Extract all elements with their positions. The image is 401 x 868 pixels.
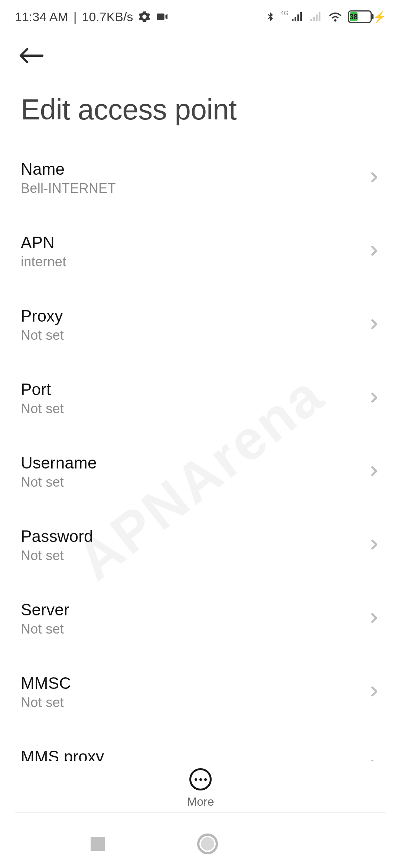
settings-row-value: Not set (21, 695, 71, 710)
settings-row[interactable]: UsernameNot set (0, 435, 401, 509)
settings-row[interactable]: ProxyNot set (0, 288, 401, 362)
settings-row-value: Bell-INTERNET (21, 181, 116, 196)
chevron-right-icon (368, 465, 380, 479)
settings-row-value: Not set (21, 328, 64, 343)
status-separator: | (74, 10, 77, 24)
settings-row-label: Server (21, 601, 69, 619)
settings-row-label: APN (21, 233, 66, 252)
chevron-right-icon (368, 612, 380, 625)
chevron-right-icon (368, 171, 380, 185)
settings-row-label: Name (21, 160, 116, 178)
navigation-bar (0, 820, 401, 868)
settings-row[interactable]: PasswordNot set (0, 509, 401, 582)
charging-icon: ⚡ (373, 11, 386, 23)
settings-row[interactable]: NameBell-INTERNET (0, 141, 401, 215)
settings-list: NameBell-INTERNETAPNinternetProxyNot set… (0, 141, 401, 820)
settings-row-label: Port (21, 380, 64, 399)
page-title: Edit access point (0, 70, 401, 141)
status-time: 11:34 AM (15, 10, 68, 24)
settings-row[interactable]: APNinternet (0, 215, 401, 288)
signal-sim1-icon (291, 10, 304, 23)
nav-recents-button[interactable] (91, 837, 105, 851)
network-4g-label: 4G (281, 10, 288, 16)
signal-sim2-icon (309, 10, 323, 23)
settings-row-value: Not set (21, 621, 69, 637)
chevron-right-icon (368, 318, 380, 332)
settings-row[interactable]: PortNot set (0, 362, 401, 435)
bluetooth-icon (265, 11, 276, 22)
status-net-speed: 10.7KB/s (82, 10, 133, 24)
nav-home-button[interactable] (197, 834, 218, 854)
more-button[interactable]: More (0, 761, 401, 809)
chevron-right-icon (368, 245, 380, 258)
settings-row-label: Username (21, 454, 97, 472)
chevron-right-icon (368, 392, 380, 405)
back-arrow-icon (19, 47, 45, 65)
video-icon (156, 10, 169, 23)
settings-row[interactable]: MMSCNot set (0, 655, 401, 729)
settings-row-label: Proxy (21, 307, 64, 325)
settings-row-label: MMSC (21, 674, 71, 693)
settings-row-value: Not set (21, 548, 93, 563)
settings-row-value: Not set (21, 474, 97, 490)
back-button[interactable] (19, 41, 48, 70)
wifi-icon (328, 9, 343, 24)
chevron-right-icon (368, 539, 380, 552)
settings-row-value: Not set (21, 401, 64, 417)
settings-row-label: Password (21, 527, 93, 546)
more-label: More (187, 795, 214, 809)
status-bar: 11:34 AM | 10.7KB/s 4G 38 ⚡ (0, 0, 401, 33)
gear-icon (138, 10, 151, 23)
battery-indicator: 38 ⚡ (348, 10, 386, 23)
battery-fill: 38 (350, 12, 358, 21)
settings-row-value: internet (21, 254, 66, 270)
more-icon (189, 768, 212, 790)
chevron-right-icon (368, 685, 380, 699)
settings-row[interactable]: ServerNot set (0, 582, 401, 655)
